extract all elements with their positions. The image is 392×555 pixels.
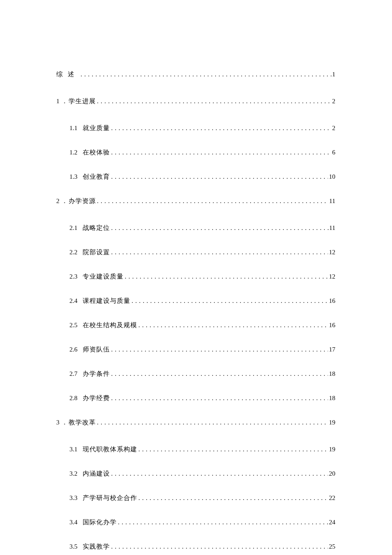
toc-separator: ． <box>61 418 68 427</box>
toc-title: 学生进展 <box>69 97 96 105</box>
toc-entry: 2.8办学经费18 <box>69 394 335 402</box>
toc-number: 2.4 <box>69 297 78 305</box>
toc-title: 综述 <box>56 70 79 78</box>
toc-page-number: 12 <box>328 249 335 256</box>
toc-entry: 2．办学资源11 <box>56 197 335 205</box>
toc-leader-dots <box>79 71 331 78</box>
toc-number: 2.8 <box>69 395 78 402</box>
toc-page-number: 11 <box>329 224 335 232</box>
toc-leader-dots <box>137 494 328 502</box>
toc-title: 现代职教体系构建 <box>83 445 137 453</box>
toc-entry: 3.5实践教学25 <box>69 543 335 551</box>
toc-number: 2.6 <box>69 346 78 353</box>
toc-title: 在校生结构及规模 <box>83 321 137 329</box>
toc-number: 3.1 <box>69 446 78 453</box>
toc-entry: 综述1 <box>56 70 335 78</box>
toc-title: 办学条件 <box>83 370 110 378</box>
toc-title: 在校体验 <box>83 148 110 157</box>
toc-leader-dots <box>96 198 329 205</box>
toc-entry: 2.7办学条件18 <box>69 370 335 378</box>
toc-number: 2.3 <box>69 273 78 280</box>
toc-leader-dots <box>130 297 328 305</box>
toc-number: 2 <box>56 198 60 205</box>
toc-separator: ． <box>61 197 68 205</box>
toc-leader-dots <box>110 395 328 402</box>
toc-title: 产学研与校企合作 <box>83 494 137 502</box>
toc-container: 综述11．学生进展21.1就业质量21.2在校体验61.3创业教育102．办学资… <box>56 70 335 555</box>
toc-number: 1 <box>56 98 60 105</box>
toc-page-number: 2 <box>331 125 336 132</box>
toc-leader-dots <box>117 519 328 526</box>
toc-title: 课程建设与质量 <box>83 297 130 305</box>
toc-page-number: 24 <box>328 519 335 526</box>
toc-number: 1.1 <box>69 125 78 132</box>
toc-leader-dots <box>96 419 329 426</box>
toc-title: 教学改革 <box>69 418 96 427</box>
toc-number: 3.3 <box>69 494 78 502</box>
toc-leader-dots <box>124 273 328 280</box>
toc-title: 师资队伍 <box>83 346 110 354</box>
toc-leader-dots <box>110 173 328 180</box>
toc-leader-dots <box>110 370 328 378</box>
toc-page-number: 20 <box>328 470 335 477</box>
toc-leader-dots <box>110 249 328 256</box>
toc-number: 3.4 <box>69 519 78 526</box>
toc-entry: 2.3专业建设质量12 <box>69 273 335 281</box>
toc-leader-dots <box>137 322 328 329</box>
toc-title: 创业教育 <box>83 173 110 181</box>
toc-entry: 1．学生进展2 <box>56 97 335 105</box>
toc-page-number: 17 <box>328 346 335 353</box>
toc-separator: ． <box>61 97 68 105</box>
toc-page-number: 11 <box>329 198 335 205</box>
toc-entry: 1.2在校体验6 <box>69 148 335 157</box>
toc-title: 办学资源 <box>69 197 96 205</box>
toc-page-number: 2 <box>331 98 336 105</box>
toc-entry: 3.1现代职教体系构建19 <box>69 445 335 453</box>
toc-number: 1.3 <box>69 173 78 180</box>
toc-entry: 2.6师资队伍17 <box>69 346 335 354</box>
toc-title: 就业质量 <box>83 124 110 132</box>
toc-leader-dots <box>110 224 329 232</box>
toc-title: 战略定位 <box>83 224 110 232</box>
toc-title: 院部设置 <box>83 248 110 256</box>
toc-entry: 2.2院部设置12 <box>69 248 335 256</box>
toc-page-number: 16 <box>328 297 335 305</box>
toc-leader-dots <box>110 543 328 550</box>
toc-entry: 3.3产学研与校企合作22 <box>69 494 335 502</box>
toc-leader-dots <box>137 446 328 453</box>
toc-number: 3.5 <box>69 543 78 550</box>
toc-number: 1.2 <box>69 149 78 156</box>
toc-page-number: 18 <box>328 370 335 378</box>
toc-entry: 2.4课程建设与质量16 <box>69 297 335 305</box>
toc-page-number: 6 <box>331 149 336 156</box>
toc-title: 国际化办学 <box>83 518 117 526</box>
toc-leader-dots <box>96 98 331 105</box>
toc-entry: 3．教学改革19 <box>56 418 335 427</box>
toc-page-number: 18 <box>328 395 335 402</box>
toc-entry: 3.2内涵建设20 <box>69 470 335 478</box>
toc-page-number: 25 <box>328 543 335 550</box>
toc-leader-dots <box>110 149 331 156</box>
toc-page-number: 1 <box>331 71 336 78</box>
toc-page-number: 19 <box>328 446 335 453</box>
toc-page-number: 22 <box>328 494 335 502</box>
toc-entry: 2.5在校生结构及规模16 <box>69 321 335 329</box>
toc-page-number: 16 <box>328 322 335 329</box>
toc-leader-dots <box>110 346 328 353</box>
toc-number: 3 <box>56 419 60 426</box>
toc-number: 2.1 <box>69 224 78 232</box>
toc-title: 内涵建设 <box>83 470 110 478</box>
toc-leader-dots <box>110 470 328 477</box>
toc-title: 专业建设质量 <box>83 273 124 281</box>
toc-entry: 1.1就业质量2 <box>69 124 335 132</box>
toc-number: 2.7 <box>69 370 78 378</box>
toc-title: 办学经费 <box>83 394 110 402</box>
toc-number: 2.5 <box>69 322 78 329</box>
toc-leader-dots <box>110 125 331 132</box>
toc-title: 实践教学 <box>83 543 110 551</box>
toc-entry: 1.3创业教育10 <box>69 173 335 181</box>
toc-page-number: 10 <box>328 173 335 180</box>
toc-entry: 2.1战略定位11 <box>69 224 335 232</box>
toc-page-number: 12 <box>328 273 335 280</box>
toc-number: 3.2 <box>69 470 78 477</box>
